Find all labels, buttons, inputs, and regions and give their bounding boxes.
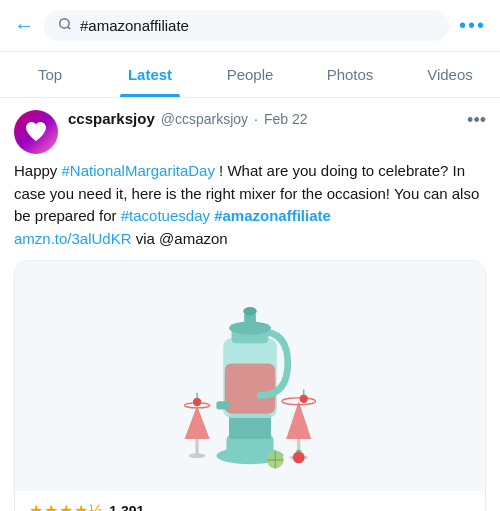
tweet-hashtag-amazonaffiliate[interactable]: #amazonaffiliate [214, 207, 331, 224]
more-options-button[interactable]: ••• [459, 14, 486, 37]
avatar [14, 110, 58, 154]
svg-point-22 [300, 394, 308, 402]
svg-point-16 [193, 398, 201, 406]
search-icon [58, 17, 72, 34]
tweet-user-info: ccsparksjoy @ccsparksjoy · Feb 22 [68, 110, 457, 127]
search-bar[interactable]: #amazonaffiliate [44, 10, 449, 41]
tweet-item: ccsparksjoy @ccsparksjoy · Feb 22 ••• Ha… [0, 98, 500, 511]
tab-photos[interactable]: Photos [300, 52, 400, 97]
tweet-via-text: via [132, 230, 160, 247]
tweet-text-prefix: Happy [14, 162, 62, 179]
tweet-hashtag-tacotuesday[interactable]: #tacotuesday [121, 207, 210, 224]
tweet-name-row: ccsparksjoy @ccsparksjoy · Feb 22 [68, 110, 457, 127]
tweet-link[interactable]: amzn.to/3alUdKR [14, 230, 132, 247]
svg-marker-18 [286, 401, 311, 439]
review-count: 1,391 [109, 503, 144, 512]
back-button[interactable]: ← [14, 14, 34, 37]
svg-point-10 [243, 307, 256, 315]
stars-row: ★★★★½ 1,391 [29, 501, 471, 511]
svg-rect-6 [225, 363, 275, 413]
tweet-display-name[interactable]: ccsparksjoy [68, 110, 155, 127]
svg-point-25 [293, 452, 305, 464]
tweet-date: Feb 22 [264, 111, 308, 127]
product-card[interactable]: ★★★★½ 1,391 Nostalgia Margarita & Slush … [14, 260, 486, 511]
tweet-more-button[interactable]: ••• [467, 110, 486, 131]
product-image [15, 261, 485, 491]
svg-point-14 [189, 453, 206, 458]
tab-top[interactable]: Top [0, 52, 100, 97]
tab-people[interactable]: People [200, 52, 300, 97]
tweet-at-amazon[interactable]: @amazon [159, 230, 228, 247]
svg-line-1 [68, 27, 71, 30]
svg-point-0 [60, 19, 69, 28]
tweet-header: ccsparksjoy @ccsparksjoy · Feb 22 ••• [14, 110, 486, 154]
svg-marker-12 [184, 405, 209, 439]
tweet-dot: · [254, 111, 258, 127]
tweet-hashtag-nationalmargarita[interactable]: #NationalMargaritaDay [62, 162, 215, 179]
tab-videos[interactable]: Videos [400, 52, 500, 97]
tweet-body: Happy #NationalMargaritaDay ! What are y… [14, 160, 486, 250]
tabs-bar: Top Latest People Photos Videos [0, 52, 500, 98]
star-rating: ★★★★½ [29, 501, 103, 511]
tab-latest[interactable]: Latest [100, 52, 200, 97]
product-info: ★★★★½ 1,391 Nostalgia Margarita & Slush … [15, 491, 485, 511]
tweet-handle: @ccsparksjoy [161, 111, 248, 127]
svg-rect-11 [216, 401, 229, 409]
search-query-text: #amazonaffiliate [80, 17, 189, 34]
header: ← #amazonaffiliate ••• [0, 0, 500, 52]
